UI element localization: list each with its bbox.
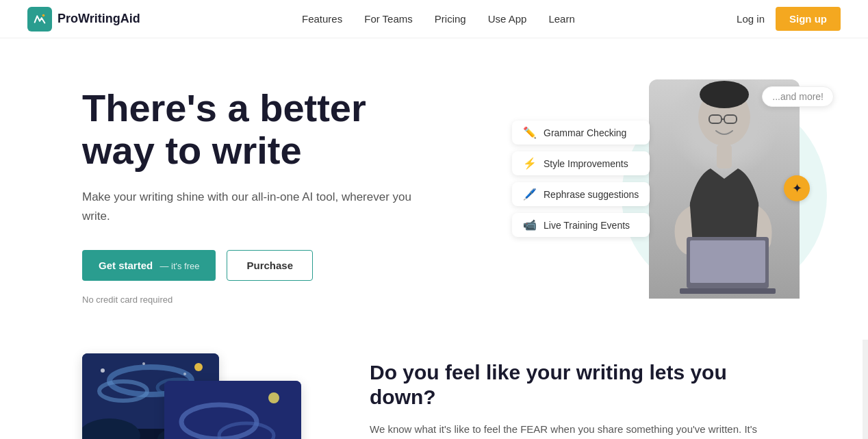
purchase-button[interactable]: Purchase (227, 250, 313, 281)
get-started-button[interactable]: Get started — it's free (82, 250, 216, 281)
pwa-logo-icon (32, 12, 47, 27)
svg-point-14 (194, 363, 203, 371)
navbar-nav: Features For Teams Pricing Use App Learn (302, 13, 575, 25)
no-credit-text: No credit card required (82, 294, 424, 305)
brand-name: ProWritingAid (58, 12, 140, 26)
svg-point-15 (101, 368, 105, 373)
training-icon: 📹 (523, 218, 537, 231)
section2-text: We know what it's like to feel the FEAR … (370, 421, 786, 439)
brand-icon (27, 7, 52, 32)
svg-rect-7 (690, 240, 765, 283)
svg-rect-8 (680, 288, 776, 294)
svg-point-24 (268, 392, 279, 403)
hero-right: ...and more! ✏️ Grammar Checking ⚡ Style… (512, 79, 841, 312)
hero-title: There's a better way to write (82, 87, 424, 171)
hero-section: There's a better way to write Make your … (0, 38, 868, 340)
nav-use-app[interactable]: Use App (488, 13, 527, 25)
svg-point-0 (42, 14, 45, 16)
more-bubble: ...and more! (762, 86, 834, 107)
navbar-actions: Log in Sign up (737, 7, 841, 31)
hero-buttons: Get started — it's free Purchase (82, 250, 424, 281)
brand[interactable]: ProWritingAid (27, 7, 140, 32)
star-badge: ✦ (784, 175, 810, 201)
signup-button[interactable]: Sign up (776, 7, 841, 31)
feature-pill-style: ⚡ Style Improvements (512, 151, 650, 175)
rephrase-icon: 🖊️ (523, 188, 537, 201)
hero-title-line1: There's a better (82, 86, 366, 129)
section2-right: Do you feel like your writing lets you d… (370, 353, 786, 439)
painting-card-2 (164, 381, 301, 439)
nav-learn[interactable]: Learn (548, 13, 574, 25)
person-svg (649, 79, 800, 299)
painting2-svg (164, 381, 301, 439)
svg-rect-9 (717, 145, 732, 168)
section2: My idea in my head Do you feel like your… (0, 340, 868, 439)
svg-point-5 (700, 81, 749, 108)
section2-title: Do you feel like your writing lets you d… (370, 360, 786, 410)
training-label: Live Training Events (544, 220, 630, 231)
svg-point-17 (183, 373, 186, 375)
hero-person-illustration (649, 79, 800, 299)
grammar-label: Grammar Checking (544, 127, 626, 138)
hero-left: There's a better way to write Make your … (82, 87, 424, 305)
nav-for-teams[interactable]: For Teams (364, 13, 413, 25)
feature-pill-grammar: ✏️ Grammar Checking (512, 121, 650, 145)
hero-subtitle: Make your writing shine with our all-in-… (82, 188, 424, 225)
feature-pill-rephrase: 🖊️ Rephrase suggestions (512, 182, 650, 206)
nav-features[interactable]: Features (302, 13, 342, 25)
svg-point-16 (142, 362, 145, 365)
style-label: Style Improvements (544, 158, 628, 169)
hero-title-line2: way to write (82, 129, 302, 172)
section2-illustration: My idea in my head (82, 353, 315, 439)
navbar: ProWritingAid Features For Teams Pricing… (0, 0, 868, 38)
grammar-icon: ✏️ (523, 126, 537, 139)
person-figure (649, 79, 800, 299)
hero-features: ✏️ Grammar Checking ⚡ Style Improvements… (512, 121, 650, 237)
nav-pricing[interactable]: Pricing (435, 13, 466, 25)
feature-pill-training: 📹 Live Training Events (512, 213, 650, 237)
rephrase-label: Rephrase suggestions (544, 189, 639, 200)
login-button[interactable]: Log in (737, 13, 765, 25)
style-icon: ⚡ (523, 157, 537, 170)
